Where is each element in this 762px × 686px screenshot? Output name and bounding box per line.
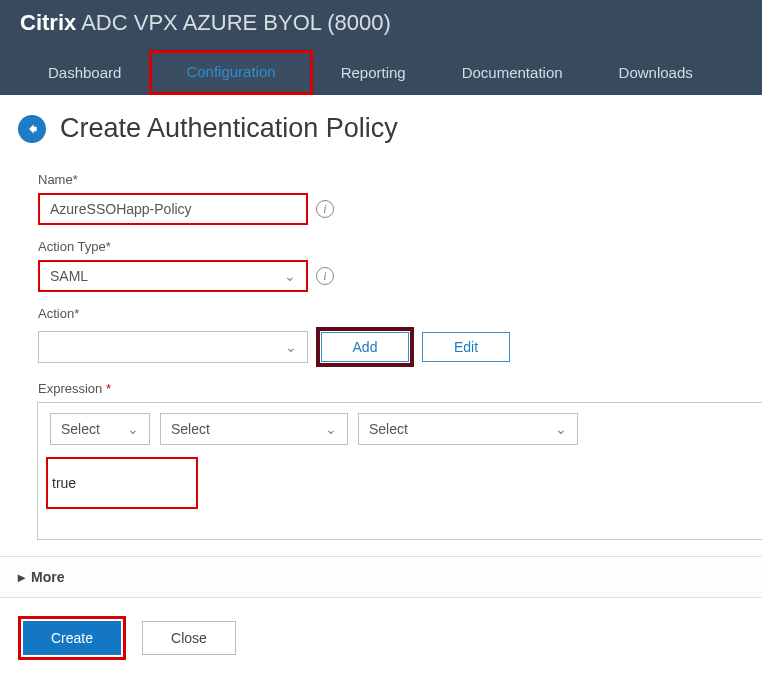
add-button[interactable]: Add (321, 332, 409, 362)
edit-button[interactable]: Edit (422, 332, 510, 362)
expr-select3[interactable]: Select ⌄ (358, 413, 578, 445)
expression-label: Expression * (38, 381, 738, 396)
expression-selects: Select ⌄ Select ⌄ Select ⌄ (38, 403, 762, 455)
expr-select2[interactable]: Select ⌄ (160, 413, 348, 445)
add-button-highlight: Add (316, 327, 414, 367)
tab-downloads[interactable]: Downloads (591, 52, 721, 95)
action-label: Action* (38, 306, 738, 321)
action-type-label: Action Type* (38, 239, 738, 254)
chevron-down-icon: ⌄ (285, 339, 297, 355)
back-icon[interactable] (18, 115, 46, 143)
nav-tabs: Dashboard Configuration Reporting Docume… (20, 46, 742, 95)
footer-buttons: Create Close (0, 598, 762, 678)
action-row: ⌄ Add Edit (38, 327, 738, 367)
expr-select1[interactable]: Select ⌄ (50, 413, 150, 445)
chevron-down-icon: ⌄ (555, 421, 567, 437)
app-header: Citrix ADC VPX AZURE BYOL (8000) Dashboa… (0, 0, 762, 95)
content-area: Create Authentication Policy Name* i Act… (0, 95, 762, 678)
expr-select1-value: Select (61, 421, 100, 437)
name-input[interactable] (38, 193, 308, 225)
expression-box: Select ⌄ Select ⌄ Select ⌄ (37, 402, 762, 540)
expr-select3-value: Select (369, 421, 408, 437)
tab-configuration-highlight: Configuration (149, 50, 312, 95)
name-row: i (38, 193, 738, 225)
tab-dashboard[interactable]: Dashboard (20, 52, 149, 95)
close-button[interactable]: Close (142, 621, 236, 655)
title-row: Create Authentication Policy (18, 113, 762, 144)
form: Name* i Action Type* SAML ⌄ i Action* ⌄ … (18, 172, 762, 556)
more-label: More (31, 569, 64, 585)
tab-configuration[interactable]: Configuration (152, 53, 309, 92)
action-type-value: SAML (50, 268, 88, 284)
required-asterisk: * (106, 381, 111, 396)
expr-select2-value: Select (171, 421, 210, 437)
page-title: Create Authentication Policy (60, 113, 398, 144)
brand-title: Citrix ADC VPX AZURE BYOL (8000) (20, 10, 742, 46)
info-icon[interactable]: i (316, 267, 334, 285)
action-select[interactable]: ⌄ (38, 331, 308, 363)
tab-reporting[interactable]: Reporting (313, 52, 434, 95)
chevron-down-icon: ⌄ (127, 421, 139, 437)
chevron-down-icon: ⌄ (284, 268, 296, 284)
info-icon[interactable]: i (316, 200, 334, 218)
expression-label-text: Expression (38, 381, 102, 396)
more-row[interactable]: ▸ More (0, 556, 762, 598)
create-button[interactable]: Create (23, 621, 121, 655)
action-type-select[interactable]: SAML ⌄ (38, 260, 308, 292)
triangle-right-icon: ▸ (18, 569, 25, 585)
chevron-down-icon: ⌄ (325, 421, 337, 437)
expression-input[interactable] (46, 457, 198, 509)
create-button-highlight: Create (18, 616, 126, 660)
tab-documentation[interactable]: Documentation (434, 52, 591, 95)
action-type-row: SAML ⌄ i (38, 260, 738, 292)
brand-strong: Citrix (20, 10, 76, 35)
name-label: Name* (38, 172, 738, 187)
brand-light: ADC VPX AZURE BYOL (8000) (76, 10, 391, 35)
